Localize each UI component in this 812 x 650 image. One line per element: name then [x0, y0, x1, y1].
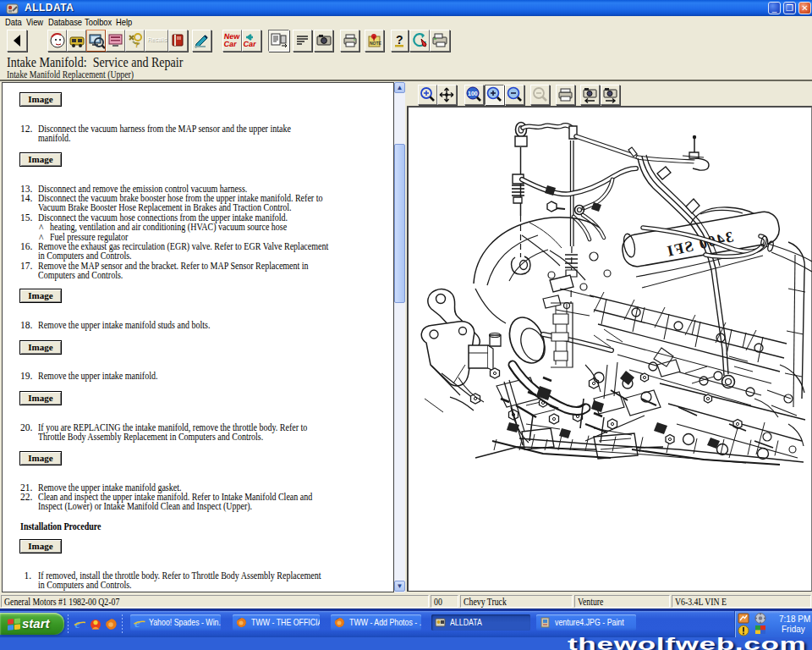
- svg-text:Car: Car: [243, 40, 257, 48]
- svg-text:100: 100: [468, 91, 478, 96]
- svg-text:Car: Car: [223, 40, 238, 48]
- svg-text:?: ?: [396, 33, 403, 47]
- svg-text:Recalls: Recalls: [147, 36, 167, 42]
- svg-text:NOTE: NOTE: [370, 41, 382, 46]
- svg-text:?: ?: [134, 41, 140, 49]
